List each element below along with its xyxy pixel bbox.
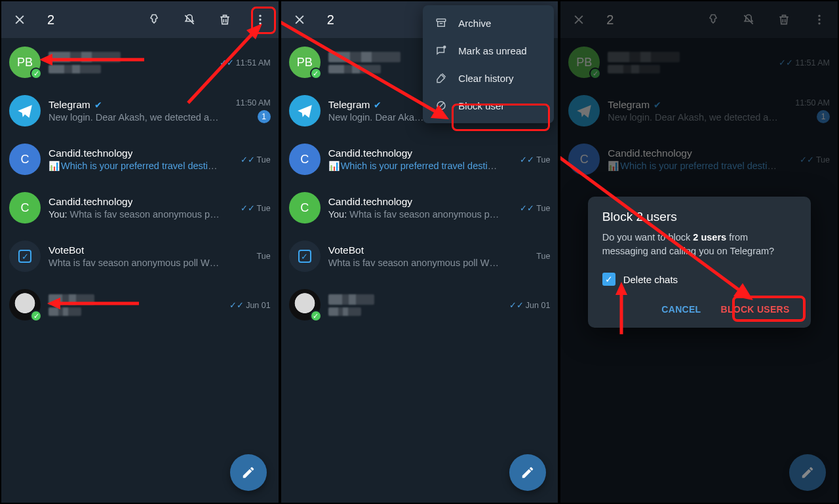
read-ticks-icon: ✓✓	[241, 203, 255, 213]
chat-row[interactable]: C Candid.technology 📊Which is your prefe…	[1, 135, 279, 184]
selection-header: 2	[1, 1, 279, 38]
block-icon	[435, 100, 448, 111]
selection-count: 2	[606, 12, 614, 28]
chat-row[interactable]: ✓ VoteBot Whta is fav season anonymous p…	[1, 232, 279, 281]
selected-check-icon: ✓	[310, 68, 322, 79]
avatar: ✓	[289, 289, 321, 320]
chat-row[interactable]: ✓ ✓✓Jun 01	[281, 281, 558, 329]
menu-label: Archive	[458, 18, 491, 29]
chat-name: Candid.technology	[608, 147, 692, 159]
broom-icon	[435, 72, 448, 84]
chat-time: Tue	[536, 155, 550, 165]
checkbox-icon: ✓	[602, 273, 615, 286]
bot-icon: ✓	[18, 250, 31, 263]
poll-icon: 📊	[328, 161, 340, 171]
pin-icon[interactable]	[142, 8, 166, 31]
more-menu-button[interactable]	[248, 8, 272, 31]
chat-row[interactable]: C Candid.technology You: Whta is fav sea…	[281, 184, 558, 232]
chat-name: Candid.technology	[49, 196, 132, 208]
pane-step-2: 2 PB✓ Telegram✔ New login. Dear Aka… C C…	[281, 1, 558, 503]
chat-time: Tue	[816, 155, 830, 165]
chat-row[interactable]: Telegram✔ New login. Dear Akash, we dete…	[1, 87, 279, 135]
chat-name: Candid.technology	[328, 196, 412, 208]
menu-clear-history[interactable]: Clear history	[423, 64, 554, 92]
block-users-button[interactable]: BLOCK USERS	[714, 299, 796, 320]
selected-check-icon: ✓	[310, 310, 322, 322]
compose-fab[interactable]	[230, 454, 267, 491]
redacted-name	[328, 52, 400, 62]
redacted-name	[328, 294, 374, 305]
chat-row[interactable]: PB✓ ✓✓11:51 AM	[560, 38, 838, 87]
redacted-preview	[49, 65, 101, 73]
chat-row[interactable]: PB ✓ ✓✓11:51 AM	[1, 38, 279, 87]
close-selection-button[interactable]	[567, 8, 591, 31]
menu-block-user[interactable]: Block user	[423, 92, 554, 119]
avatar: PB✓	[568, 47, 600, 78]
cancel-button[interactable]: CANCEL	[655, 299, 707, 320]
chat-preview: Which is your preferred travel destinati…	[620, 161, 780, 171]
avatar: ✓	[9, 289, 41, 320]
context-menu: Archive Mark as unread Clear history Blo…	[423, 5, 554, 123]
compose-fab[interactable]	[509, 454, 546, 491]
dialog-message: Do you want to block 2 users from messag…	[602, 231, 796, 258]
chat-preview: Which is your preferred travel destinati…	[341, 161, 501, 171]
redacted-preview	[49, 307, 81, 316]
dialog-title: Block 2 users	[602, 210, 796, 224]
chat-preview: New login. Dear Akash, we detected a…	[49, 112, 221, 123]
chat-row[interactable]: C Candid.technology You: Whta is fav sea…	[1, 184, 279, 232]
svg-point-10	[443, 46, 446, 49]
menu-mark-unread[interactable]: Mark as unread	[423, 37, 554, 64]
verified-icon: ✔	[94, 100, 102, 110]
verified-icon: ✔	[654, 100, 661, 110]
chat-row[interactable]: ✓ VoteBot Whta is fav season anonymous p…	[281, 232, 558, 281]
delete-icon[interactable]	[772, 8, 796, 31]
close-selection-button[interactable]	[288, 8, 311, 31]
chat-name: Candid.technology	[328, 147, 412, 159]
chat-time: Tue	[536, 204, 550, 213]
selected-check-icon: ✓	[30, 310, 42, 322]
avatar-initials: PB	[17, 56, 33, 69]
svg-point-1	[259, 18, 261, 20]
chat-name: VoteBot	[49, 244, 84, 256]
poll-icon: 📊	[49, 161, 60, 171]
avatar	[568, 95, 600, 126]
svg-point-16	[818, 22, 820, 24]
chat-time: Tue	[257, 155, 271, 165]
close-selection-button[interactable]	[8, 8, 31, 31]
delete-icon[interactable]	[213, 8, 237, 31]
mute-icon[interactable]	[737, 8, 760, 31]
redacted-name	[49, 294, 94, 305]
avatar: C	[9, 144, 41, 175]
chat-name: Telegram	[608, 99, 650, 111]
selection-count: 2	[47, 12, 54, 28]
chat-row[interactable]: ✓ ✓✓Jun 01	[1, 281, 279, 329]
chat-row[interactable]: Telegram✔ New login. Dear Akash, we dete…	[560, 87, 838, 135]
chat-row[interactable]: C Candid.technology 📊Which is your prefe…	[281, 135, 558, 184]
unread-icon	[435, 45, 448, 56]
menu-archive[interactable]: Archive	[423, 9, 554, 37]
archive-icon	[435, 17, 448, 29]
read-ticks-icon: ✓✓	[520, 155, 534, 165]
avatar: PB ✓	[9, 47, 41, 78]
avatar: C	[289, 144, 321, 175]
unread-badge: 1	[817, 110, 830, 123]
chat-time: 11:50 AM	[236, 98, 271, 107]
chat-name: Candid.technology	[49, 147, 132, 159]
svg-rect-9	[437, 19, 446, 22]
chat-preview: Whta is fav season anonymous poll…	[70, 209, 221, 220]
pane-step-3: 2 PB✓ ✓✓11:51 AM Telegram✔ New login. De…	[560, 1, 838, 503]
more-menu-button[interactable]	[808, 8, 831, 31]
read-ticks-icon: ✓✓	[520, 203, 534, 213]
selected-check-icon: ✓	[589, 68, 601, 79]
chat-name: Telegram	[49, 99, 90, 111]
chat-time: Jun 01	[526, 301, 551, 310]
delete-chats-checkbox[interactable]: ✓ Delete chats	[602, 273, 796, 286]
chat-row[interactable]: C Candid.technology 📊Which is your prefe…	[560, 135, 838, 184]
pin-icon[interactable]	[701, 8, 725, 31]
mute-icon[interactable]	[178, 8, 201, 31]
redacted-preview	[328, 307, 361, 316]
bot-icon: ✓	[298, 250, 311, 263]
chat-preview: New login. Dear Akash, we detected a…	[608, 112, 780, 123]
block-dialog: Block 2 users Do you want to block 2 use…	[588, 197, 811, 328]
compose-fab[interactable]	[789, 454, 826, 491]
